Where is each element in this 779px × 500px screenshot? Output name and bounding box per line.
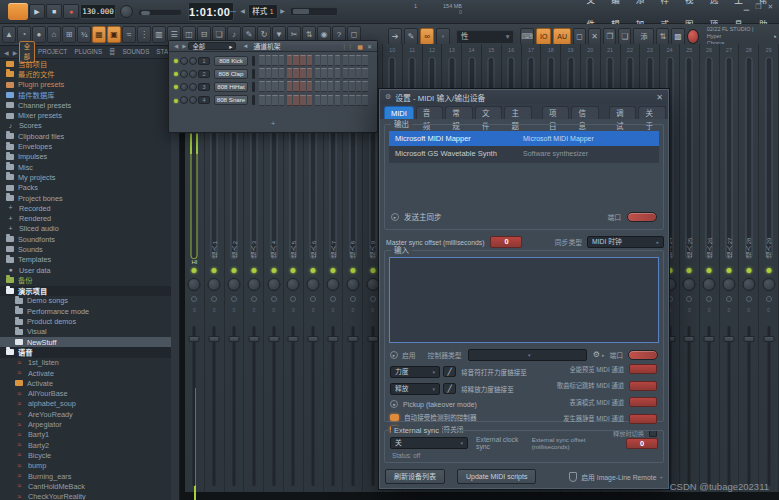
browser-item-User data[interactable]: ●User data: [0, 265, 172, 275]
step-cell[interactable]: [321, 55, 327, 66]
browser-item-备份[interactable]: 备份: [0, 275, 172, 285]
settings-tab-调试[interactable]: 调试: [609, 106, 637, 119]
strip-enable-led[interactable]: [192, 268, 197, 273]
step-cell[interactable]: [315, 81, 321, 92]
option-led[interactable]: [390, 414, 399, 421]
strip-fader-track[interactable]: [312, 326, 315, 486]
browser-item-语音[interactable]: 语音: [0, 347, 172, 357]
step-cell[interactable]: [300, 81, 306, 92]
channel-button-808 Kick[interactable]: 808 Kick: [214, 56, 248, 66]
step-cell[interactable]: [343, 95, 349, 106]
step-cell[interactable]: [343, 68, 349, 79]
step-cell[interactable]: [328, 68, 334, 79]
step-cell[interactable]: [293, 68, 299, 79]
strip-pan-knob[interactable]: [762, 278, 775, 291]
step-cell[interactable]: [279, 81, 285, 92]
browser-item-Clipboard files[interactable]: Clipboard files: [0, 131, 172, 141]
strip-fader-handle[interactable]: [684, 336, 695, 342]
external-offset-value[interactable]: 0: [626, 438, 658, 449]
strip-pan-knob[interactable]: [307, 278, 320, 291]
step-cell[interactable]: [307, 95, 313, 106]
step-cell[interactable]: [315, 55, 321, 66]
strip-enable-led[interactable]: [726, 268, 731, 273]
strip-pan-knob[interactable]: [287, 278, 300, 291]
rack-close-icon[interactable]: ✕: [365, 43, 374, 50]
browser-item-Arpegiator[interactable]: ≈Arpegiator: [0, 419, 172, 429]
settings-tab-关于[interactable]: 关于: [638, 106, 666, 119]
master-volume-knob[interactable]: [120, 5, 133, 18]
settings-tab-项目[interactable]: 项目: [542, 106, 570, 119]
channel-button-808 Snare[interactable]: 808 Snare: [214, 95, 248, 105]
midi-channel-value[interactable]: [629, 364, 657, 374]
step-cell[interactable]: [362, 81, 368, 92]
paste-button[interactable]: ❏: [618, 28, 631, 45]
strip-fader-track[interactable]: [351, 326, 354, 486]
step-cell[interactable]: [335, 95, 341, 106]
channel-pan-knob[interactable]: [180, 57, 188, 65]
pickup-radio-icon[interactable]: ●: [390, 400, 398, 408]
output-port-slider[interactable]: [627, 212, 657, 222]
step-cell[interactable]: [328, 81, 334, 92]
browser-item-Project bones[interactable]: Project bones: [0, 193, 172, 203]
pattern-scroll-bar[interactable]: [290, 7, 338, 16]
channel-enable-led[interactable]: [174, 59, 178, 63]
channel-enable-led[interactable]: [174, 72, 178, 76]
browser-item-Misc[interactable]: Misc: [0, 162, 172, 172]
browser-item-Product demos[interactable]: Product demos: [0, 316, 172, 326]
step-cell[interactable]: [362, 95, 368, 106]
step-cell[interactable]: [272, 95, 278, 106]
step-cell[interactable]: [293, 95, 299, 106]
browser-item-NewStuff[interactable]: NewStuff: [0, 337, 172, 347]
shuffle-slider[interactable]: [138, 9, 182, 16]
strip-fader-track[interactable]: [727, 326, 730, 486]
browser-item-CheckYourReality[interactable]: ≈CheckYourReality: [0, 491, 172, 500]
settings-tab-MIDI[interactable]: MIDI: [384, 106, 414, 119]
strip-enable-led[interactable]: [330, 268, 335, 273]
touch-keyboard-button[interactable]: ⌨: [520, 28, 534, 45]
step-cell[interactable]: [315, 68, 321, 79]
strip-fader-track[interactable]: [252, 326, 255, 486]
strip-fader-handle[interactable]: [347, 336, 358, 342]
browser-item-My projects[interactable]: My projects: [0, 172, 172, 182]
slider-handle[interactable]: [141, 11, 150, 15]
output-device-row[interactable]: Microsoft MIDI MapperMicrosoft MIDI Mapp…: [389, 131, 659, 146]
select-tool-icon[interactable]: ➔: [388, 28, 402, 45]
step-cell[interactable]: [321, 95, 327, 106]
settings-tab-主题[interactable]: 主题: [504, 106, 532, 119]
strip-enable-led[interactable]: [251, 268, 256, 273]
speaker-icon[interactable]: ◄: [242, 43, 248, 49]
browser-item-Impulses[interactable]: Impulses: [0, 152, 172, 162]
minimize-icon[interactable]: ▁: [742, 2, 751, 11]
strip-fader-track[interactable]: [232, 326, 235, 486]
strip-enable-led[interactable]: [687, 268, 692, 273]
typing-keyboard-icon[interactable]: ⌂: [47, 26, 61, 43]
strip-fader-handle[interactable]: [288, 336, 299, 342]
strip-enable-led[interactable]: [291, 268, 296, 273]
rack-filter-dropdown[interactable]: 全部▸: [188, 42, 236, 50]
browser-item-最近的文件[interactable]: 最近的文件: [0, 69, 172, 79]
settings-tab-常规[interactable]: 常规: [445, 106, 473, 119]
browser-tab-PLUGINS[interactable]: PLUGINS: [71, 47, 106, 57]
reorder-button[interactable]: ⇅: [656, 28, 669, 45]
image-line-remote-label[interactable]: 启用 Image-Line Remote: [581, 472, 656, 482]
strip-enable-led[interactable]: [370, 268, 375, 273]
midi-channel-value[interactable]: [629, 414, 657, 424]
browser-item-Bicycle[interactable]: ≈Bicycle: [0, 450, 172, 460]
wizard-hint-icon[interactable]: ▲: [2, 26, 16, 43]
rack-grid-icon[interactable]: ▦: [355, 43, 365, 50]
more-options-icon[interactable]: ⋮: [137, 26, 151, 43]
rack-graph-icon[interactable]: ⋮⋮: [339, 43, 355, 50]
song-mode-button[interactable]: ▣: [107, 26, 121, 43]
strip-fader-track[interactable]: [272, 326, 275, 486]
tempo-display[interactable]: 130.000: [80, 4, 116, 19]
channel-volume-knob[interactable]: [189, 83, 197, 91]
browser-item-Packs[interactable]: Packs: [0, 183, 172, 193]
strip-pan-knob[interactable]: [188, 278, 201, 291]
step-cell[interactable]: [293, 55, 299, 66]
strip-enable-led[interactable]: [766, 268, 771, 273]
strip-fader-handle[interactable]: [209, 336, 220, 342]
midi-io-icon[interactable]: ⊞: [62, 26, 76, 43]
browser-item-alphabet_soup[interactable]: ≈alphabet_soup: [0, 399, 172, 409]
browser-item-当前项目[interactable]: 当前项目: [0, 59, 172, 69]
time-display[interactable]: 1:01:00•••: [188, 2, 234, 21]
